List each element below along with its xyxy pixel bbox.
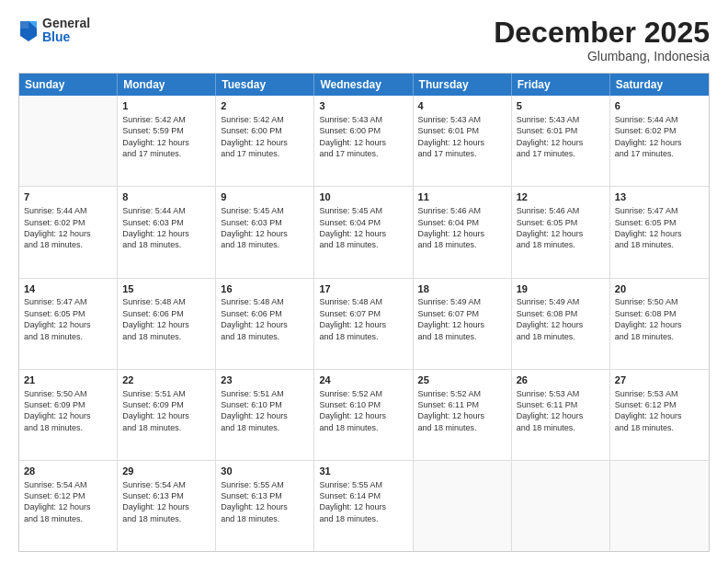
- calendar: SundayMondayTuesdayWednesdayThursdayFrid…: [18, 73, 710, 552]
- calendar-cell: [610, 461, 709, 551]
- calendar-body: 1Sunrise: 5:42 AM Sunset: 5:59 PM Daylig…: [19, 96, 709, 551]
- header-day-monday: Monday: [118, 74, 216, 96]
- calendar-cell: 22Sunrise: 5:51 AM Sunset: 6:09 PM Dayli…: [118, 370, 216, 460]
- calendar-cell: 8Sunrise: 5:44 AM Sunset: 6:03 PM Daylig…: [118, 187, 216, 277]
- day-info: Sunrise: 5:54 AM Sunset: 6:12 PM Dayligh…: [24, 479, 112, 525]
- calendar-cell: 31Sunrise: 5:55 AM Sunset: 6:14 PM Dayli…: [314, 461, 413, 551]
- day-number: 7: [24, 190, 112, 204]
- day-info: Sunrise: 5:55 AM Sunset: 6:14 PM Dayligh…: [319, 479, 407, 525]
- day-info: Sunrise: 5:53 AM Sunset: 6:12 PM Dayligh…: [615, 388, 704, 434]
- day-info: Sunrise: 5:47 AM Sunset: 6:05 PM Dayligh…: [615, 205, 704, 251]
- day-info: Sunrise: 5:47 AM Sunset: 6:05 PM Dayligh…: [24, 296, 112, 342]
- day-number: 20: [615, 282, 704, 296]
- day-number: 3: [319, 99, 407, 113]
- main-title: December 2025: [494, 17, 710, 49]
- calendar-cell: 3Sunrise: 5:43 AM Sunset: 6:00 PM Daylig…: [314, 96, 413, 186]
- header-day-tuesday: Tuesday: [216, 74, 314, 96]
- day-number: 12: [517, 190, 605, 204]
- calendar-row-0: 1Sunrise: 5:42 AM Sunset: 5:59 PM Daylig…: [19, 96, 709, 187]
- day-info: Sunrise: 5:52 AM Sunset: 6:10 PM Dayligh…: [319, 388, 407, 434]
- day-number: 14: [24, 282, 112, 296]
- calendar-cell: 24Sunrise: 5:52 AM Sunset: 6:10 PM Dayli…: [314, 370, 413, 460]
- day-info: Sunrise: 5:45 AM Sunset: 6:04 PM Dayligh…: [319, 205, 407, 251]
- day-info: Sunrise: 5:53 AM Sunset: 6:11 PM Dayligh…: [517, 388, 605, 434]
- calendar-cell: 19Sunrise: 5:49 AM Sunset: 6:08 PM Dayli…: [512, 279, 610, 369]
- calendar-cell: 18Sunrise: 5:49 AM Sunset: 6:07 PM Dayli…: [414, 279, 512, 369]
- day-number: 26: [517, 373, 605, 387]
- calendar-cell: 7Sunrise: 5:44 AM Sunset: 6:02 PM Daylig…: [19, 187, 118, 277]
- day-number: 2: [221, 99, 309, 113]
- calendar-cell: 2Sunrise: 5:42 AM Sunset: 6:00 PM Daylig…: [216, 96, 314, 186]
- day-number: 29: [122, 465, 210, 478]
- calendar-cell: 17Sunrise: 5:48 AM Sunset: 6:07 PM Dayli…: [314, 279, 413, 369]
- calendar-cell: 16Sunrise: 5:48 AM Sunset: 6:06 PM Dayli…: [216, 279, 314, 369]
- calendar-cell: 23Sunrise: 5:51 AM Sunset: 6:10 PM Dayli…: [216, 370, 314, 460]
- day-info: Sunrise: 5:43 AM Sunset: 6:00 PM Dayligh…: [319, 114, 407, 160]
- logo-blue: Blue: [42, 30, 90, 44]
- day-number: 6: [615, 99, 704, 113]
- title-block: December 2025 Glumbang, Indonesia: [494, 17, 710, 63]
- day-number: 18: [418, 282, 506, 296]
- day-number: 15: [122, 282, 210, 296]
- day-info: Sunrise: 5:46 AM Sunset: 6:04 PM Dayligh…: [418, 205, 506, 251]
- calendar-cell: 29Sunrise: 5:54 AM Sunset: 6:13 PM Dayli…: [118, 461, 216, 551]
- day-number: 16: [221, 282, 309, 296]
- day-number: 17: [319, 282, 407, 296]
- day-info: Sunrise: 5:44 AM Sunset: 6:02 PM Dayligh…: [615, 114, 704, 160]
- calendar-cell: [19, 96, 118, 186]
- day-info: Sunrise: 5:48 AM Sunset: 6:06 PM Dayligh…: [122, 296, 210, 342]
- day-info: Sunrise: 5:48 AM Sunset: 6:07 PM Dayligh…: [319, 296, 407, 342]
- header-day-saturday: Saturday: [610, 74, 709, 96]
- header: General Blue December 2025 Glumbang, Ind…: [18, 17, 710, 63]
- day-number: 8: [122, 190, 210, 204]
- day-info: Sunrise: 5:44 AM Sunset: 6:02 PM Dayligh…: [24, 205, 112, 251]
- day-number: 23: [221, 373, 309, 387]
- day-number: 22: [122, 373, 210, 387]
- calendar-cell: 5Sunrise: 5:43 AM Sunset: 6:01 PM Daylig…: [512, 96, 610, 186]
- day-number: 30: [221, 465, 309, 478]
- logo: General Blue: [18, 17, 90, 45]
- day-info: Sunrise: 5:55 AM Sunset: 6:13 PM Dayligh…: [221, 479, 309, 525]
- calendar-row-1: 7Sunrise: 5:44 AM Sunset: 6:02 PM Daylig…: [19, 187, 709, 278]
- day-number: 1: [122, 99, 210, 113]
- calendar-cell: 21Sunrise: 5:50 AM Sunset: 6:09 PM Dayli…: [19, 370, 118, 460]
- logo-general: General: [42, 17, 90, 30]
- calendar-row-3: 21Sunrise: 5:50 AM Sunset: 6:09 PM Dayli…: [19, 370, 709, 461]
- header-day-wednesday: Wednesday: [314, 74, 413, 96]
- page: General Blue December 2025 Glumbang, Ind…: [0, 0, 728, 563]
- calendar-cell: 4Sunrise: 5:43 AM Sunset: 6:01 PM Daylig…: [414, 96, 512, 186]
- header-day-friday: Friday: [512, 74, 610, 96]
- day-info: Sunrise: 5:45 AM Sunset: 6:03 PM Dayligh…: [221, 205, 309, 251]
- header-day-thursday: Thursday: [414, 74, 512, 96]
- day-number: 21: [24, 373, 112, 387]
- day-number: 25: [418, 373, 506, 387]
- day-number: 31: [319, 465, 407, 478]
- day-number: 28: [24, 465, 112, 478]
- calendar-cell: 15Sunrise: 5:48 AM Sunset: 6:06 PM Dayli…: [118, 279, 216, 369]
- day-info: Sunrise: 5:44 AM Sunset: 6:03 PM Dayligh…: [122, 205, 210, 251]
- day-info: Sunrise: 5:42 AM Sunset: 5:59 PM Dayligh…: [122, 114, 210, 160]
- calendar-cell: 14Sunrise: 5:47 AM Sunset: 6:05 PM Dayli…: [19, 279, 118, 369]
- calendar-cell: 28Sunrise: 5:54 AM Sunset: 6:12 PM Dayli…: [19, 461, 118, 551]
- day-number: 11: [418, 190, 506, 204]
- calendar-cell: 9Sunrise: 5:45 AM Sunset: 6:03 PM Daylig…: [216, 187, 314, 277]
- day-number: 13: [615, 190, 704, 204]
- day-info: Sunrise: 5:50 AM Sunset: 6:09 PM Dayligh…: [24, 388, 112, 434]
- calendar-cell: 25Sunrise: 5:52 AM Sunset: 6:11 PM Dayli…: [414, 370, 512, 460]
- day-info: Sunrise: 5:48 AM Sunset: 6:06 PM Dayligh…: [221, 296, 309, 342]
- day-info: Sunrise: 5:52 AM Sunset: 6:11 PM Dayligh…: [418, 388, 506, 434]
- calendar-header: SundayMondayTuesdayWednesdayThursdayFrid…: [19, 74, 709, 96]
- day-info: Sunrise: 5:49 AM Sunset: 6:08 PM Dayligh…: [517, 296, 605, 342]
- day-info: Sunrise: 5:43 AM Sunset: 6:01 PM Dayligh…: [418, 114, 506, 160]
- calendar-cell: 27Sunrise: 5:53 AM Sunset: 6:12 PM Dayli…: [610, 370, 709, 460]
- calendar-cell: [414, 461, 512, 551]
- day-info: Sunrise: 5:49 AM Sunset: 6:07 PM Dayligh…: [418, 296, 506, 342]
- calendar-cell: 12Sunrise: 5:46 AM Sunset: 6:05 PM Dayli…: [512, 187, 610, 277]
- day-number: 5: [517, 99, 605, 113]
- calendar-cell: 6Sunrise: 5:44 AM Sunset: 6:02 PM Daylig…: [610, 96, 709, 186]
- day-info: Sunrise: 5:50 AM Sunset: 6:08 PM Dayligh…: [615, 296, 704, 342]
- calendar-cell: 1Sunrise: 5:42 AM Sunset: 5:59 PM Daylig…: [118, 96, 216, 186]
- day-number: 19: [517, 282, 605, 296]
- day-number: 24: [319, 373, 407, 387]
- day-info: Sunrise: 5:51 AM Sunset: 6:09 PM Dayligh…: [122, 388, 210, 434]
